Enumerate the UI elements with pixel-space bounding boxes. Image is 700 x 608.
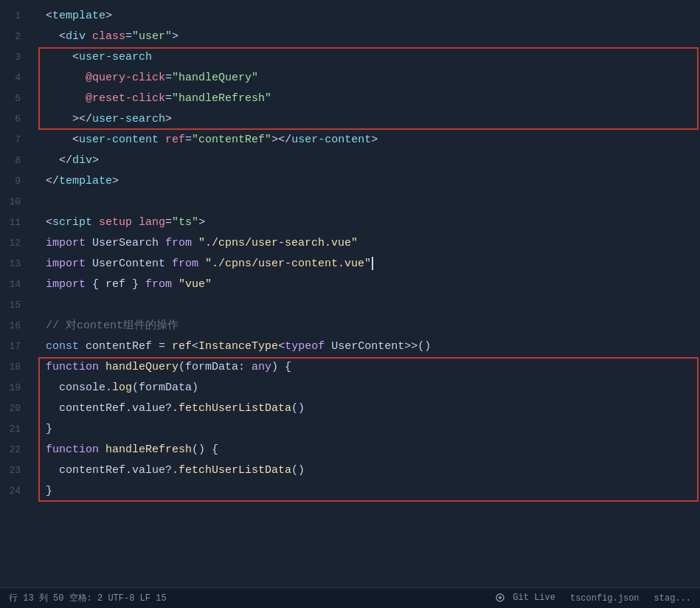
code-line: 3 <user-search (0, 47, 700, 68)
line-number: 21 (0, 420, 30, 439)
code-line: 15 (0, 295, 700, 316)
line-number: 15 (0, 296, 30, 315)
line-content: </div> (30, 151, 700, 170)
line-content: function handleRefresh() { (30, 441, 700, 460)
svg-point-1 (499, 596, 502, 599)
line-content: <template> (30, 7, 700, 26)
line-content: @reset-click="handleRefresh" (30, 89, 700, 108)
code-line: 23 contentRef.value?.fetchUserListData() (0, 460, 700, 481)
code-line: 4 @query-click="handleQuery" (0, 68, 700, 89)
text-cursor (372, 257, 373, 270)
line-number: 3 (0, 48, 30, 67)
code-line: 2 <div class="user"> (0, 27, 700, 47)
status-item-tsconfig: tsconfig.json (570, 593, 640, 604)
line-number: 2 (0, 27, 30, 46)
line-number: 23 (0, 461, 30, 480)
code-line: 13 import UserContent from "./cpns/user-… (0, 254, 700, 274)
line-number: 18 (0, 358, 30, 377)
line-content: console.log(formData) (30, 379, 700, 398)
code-line: 9 </template> (0, 171, 700, 192)
code-line: 14 import { ref } from "vue" (0, 274, 700, 295)
line-content: <user-content ref="contentRef"></user-co… (30, 131, 700, 150)
line-content: <div class="user"> (30, 27, 700, 46)
line-number: 7 (0, 131, 30, 150)
line-number: 4 (0, 69, 30, 88)
code-line: 11 <script setup lang="ts"> (0, 213, 700, 233)
code-line: 22 function handleRefresh() { (0, 440, 700, 460)
line-number: 5 (0, 89, 30, 108)
line-content: } (30, 482, 700, 501)
line-number: 17 (0, 337, 30, 356)
line-content (30, 296, 700, 315)
line-number: 11 (0, 213, 30, 232)
code-line: 16 // 对content组件的操作 (0, 316, 700, 336)
line-content: @query-click="handleQuery" (30, 69, 700, 88)
line-content: contentRef.value?.fetchUserListData() (30, 399, 700, 418)
code-editor: 1 <template>2 <div class="user">3 <user-… (0, 0, 700, 608)
line-number: 6 (0, 110, 30, 129)
line-content: <user-search (30, 48, 700, 67)
code-line: 19 console.log(formData) (0, 378, 700, 398)
line-content: // 对content组件的操作 (30, 317, 700, 336)
line-content: ></user-search> (30, 110, 700, 129)
line-number: 19 (0, 379, 30, 398)
code-line: 18 function handleQuery(formData: any) { (0, 357, 700, 378)
code-area: 1 <template>2 <div class="user">3 <user-… (0, 0, 700, 587)
code-line: 5 @reset-click="handleRefresh" (0, 89, 700, 109)
code-line: 1 <template> (0, 6, 700, 27)
status-item-position: 行 13 列 50 空格: 2 UTF-8 LF 15 (9, 592, 167, 604)
line-number: 22 (0, 441, 30, 460)
line-number: 8 (0, 151, 30, 170)
line-number: 9 (0, 172, 30, 191)
line-content: } (30, 420, 700, 439)
code-line: 12 import UserSearch from "./cpns/user-s… (0, 233, 700, 254)
line-content: import UserContent from "./cpns/user-con… (30, 255, 700, 274)
line-content: import UserSearch from "./cpns/user-sear… (30, 234, 700, 253)
code-line: 6 ></user-search> (0, 109, 700, 130)
line-number: 24 (0, 482, 30, 501)
line-number: 20 (0, 399, 30, 418)
line-content (30, 193, 700, 212)
code-line: 10 (0, 192, 700, 213)
line-content: import { ref } from "vue" (30, 275, 700, 294)
line-content: function handleQuery(formData: any) { (30, 358, 700, 377)
line-number: 10 (0, 193, 30, 212)
line-number: 16 (0, 317, 30, 336)
code-line: 21 } (0, 419, 700, 440)
code-line: 20 contentRef.value?.fetchUserListData() (0, 398, 700, 419)
line-content: contentRef.value?.fetchUserListData() (30, 461, 700, 480)
line-content: const contentRef = ref<InstanceType<type… (30, 337, 700, 356)
code-line: 8 </div> (0, 151, 700, 171)
line-content: </template> (30, 172, 700, 191)
line-number: 1 (0, 7, 30, 26)
line-number: 12 (0, 234, 30, 253)
line-number: 14 (0, 275, 30, 294)
line-number: 13 (0, 255, 30, 274)
code-line: 24 } (0, 481, 700, 502)
status-item-stag: stag... (654, 593, 691, 604)
line-content: <script setup lang="ts"> (30, 213, 700, 232)
status-item-live: Git Live (495, 593, 555, 603)
code-line: 7 <user-content ref="contentRef"></user-… (0, 130, 700, 151)
code-line: 17 const contentRef = ref<InstanceType<t… (0, 336, 700, 357)
status-bar: 行 13 列 50 空格: 2 UTF-8 LF 15 Git Live tsc… (0, 587, 700, 608)
